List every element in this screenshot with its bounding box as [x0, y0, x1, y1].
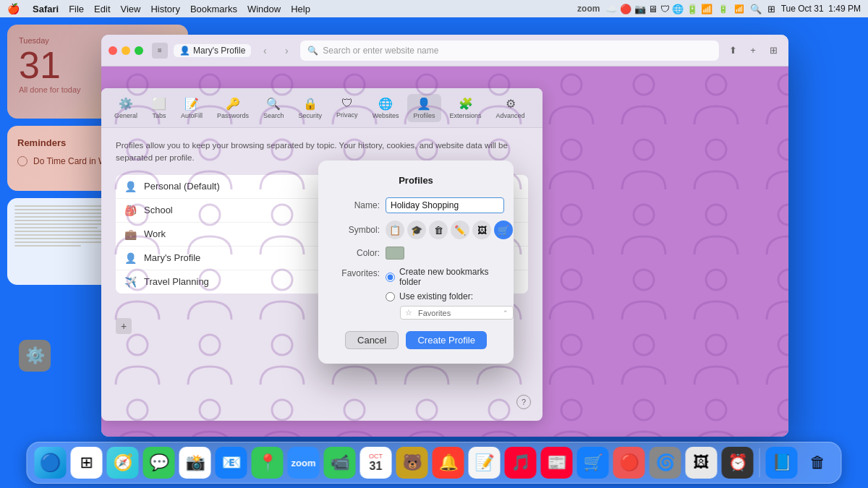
dock-facetime[interactable]: 📹	[324, 447, 356, 479]
symbol-btn-clipboard[interactable]: 📋	[386, 221, 404, 239]
symbol-label: Symbol:	[333, 225, 380, 235]
forward-button[interactable]: ›	[278, 43, 294, 59]
radio-existing-folder[interactable]	[386, 292, 395, 301]
menu-file[interactable]: File	[69, 4, 84, 14]
symbol-btn-trash[interactable]: 🗑	[429, 221, 448, 239]
dock-messages[interactable]: 💬	[143, 447, 175, 479]
folder-select-text: Favorites	[415, 309, 500, 317]
minimize-window-button[interactable]	[122, 46, 130, 55]
maximize-window-button[interactable]	[135, 46, 143, 55]
favorites-label: Favorites:	[333, 267, 380, 278]
dock-photos[interactable]: 📸	[179, 447, 211, 479]
profile-row-icon-work: 💼	[124, 228, 137, 240]
back-button[interactable]: ‹	[257, 43, 273, 59]
safari-window: ≡ 👤 Mary's Profile ‹ › 🔍 Search or enter…	[101, 35, 788, 437]
pref-websites[interactable]: 🌐Websites	[367, 94, 405, 122]
pref-privacy[interactable]: 🛡Privacy	[331, 94, 364, 121]
favorites-section: Create new bookmarks folder Use existing…	[386, 267, 499, 320]
profile-row-icon-mary: 👤	[124, 252, 137, 264]
system-preferences-icon[interactable]: ⚙️	[19, 340, 51, 372]
dock-calendar[interactable]: OCT31	[360, 447, 392, 479]
name-row: Name:	[333, 197, 499, 213]
dock-preview[interactable]: 🖼	[686, 447, 718, 479]
dock-finder[interactable]: 🔵	[35, 447, 67, 479]
symbol-options: 📋 🎓 🗑 ✏️ 🖼 🛒	[386, 221, 513, 239]
dock-music[interactable]: 🎵	[505, 447, 537, 479]
pref-extensions[interactable]: 🧩Extensions	[444, 94, 488, 122]
close-window-button[interactable]	[109, 46, 117, 55]
dock-safari[interactable]: 🧭	[107, 447, 139, 479]
menu-bookmarks[interactable]: Bookmarks	[190, 4, 237, 14]
share-button[interactable]: ⬆	[725, 43, 741, 59]
menu-edit[interactable]: Edit	[94, 4, 110, 14]
safari-content-area: // Will be rendered in template below ⚙️…	[101, 67, 788, 437]
dock-mail[interactable]: 📧	[216, 447, 247, 479]
dock-badges[interactable]: 🔔	[433, 447, 464, 479]
datetime-display: Tue Oct 31 1:49 PM	[781, 4, 861, 14]
tabs-overview-button[interactable]: ⊞	[765, 43, 781, 59]
dock-launchpad[interactable]: ⊞	[71, 447, 103, 479]
dock-notes-blue[interactable]: 📘	[766, 447, 798, 479]
symbol-btn-graduation[interactable]: 🎓	[407, 221, 426, 239]
menu-history[interactable]: History	[150, 4, 179, 14]
pref-advanced[interactable]: ⚙Advanced	[490, 94, 531, 122]
name-input[interactable]	[386, 197, 504, 213]
profile-chip-name: Mary's Profile	[193, 46, 245, 56]
menu-safari[interactable]: Safari	[33, 4, 59, 14]
menubar-right: zoom ☁️ 🔴 📷 🖥 🛡 🌐 🔋 📶 🔋 📶 🔍 ⊞ Tue Oct 31…	[577, 4, 861, 14]
color-swatch[interactable]	[386, 247, 404, 260]
menu-window[interactable]: Window	[247, 4, 281, 14]
menu-view[interactable]: View	[121, 4, 141, 14]
create-profile-dialog: Profiles Name: Symbol: 📋 🎓 🗑 ✏️ 🖼 🛒	[318, 160, 514, 364]
zoom-menubar-icon: zoom	[577, 4, 600, 14]
menubar-icons-area: ☁️ 🔴 📷 🖥 🛡 🌐 🔋 📶	[605, 4, 712, 14]
traffic-lights	[109, 46, 143, 55]
pref-profiles[interactable]: 👤Profiles	[407, 94, 441, 122]
search-icon: 🔍	[307, 46, 318, 56]
color-row: Color:	[333, 247, 499, 260]
dock-zoom[interactable]: zoom	[288, 447, 320, 479]
new-tab-button[interactable]: +	[745, 43, 761, 59]
symbol-btn-image[interactable]: 🖼	[472, 221, 491, 239]
dock-freeform[interactable]: 📝	[469, 447, 501, 479]
help-button[interactable]: ?	[516, 395, 531, 409]
favorites-row: Favorites: Create new bookmarks folder U…	[333, 267, 499, 320]
profile-chip[interactable]: 👤 Mary's Profile	[174, 44, 251, 57]
profile-row-icon-personal: 👤	[124, 181, 137, 192]
dock-news[interactable]: 📰	[541, 447, 573, 479]
address-bar[interactable]: 🔍 Search or enter website name	[300, 40, 719, 61]
wifi-icon: 📶	[734, 4, 744, 14]
dock-notch[interactable]: 🔴	[613, 447, 645, 479]
folder-chevron-icon: ⌃	[503, 309, 509, 317]
pref-autofill[interactable]: 📝AutoFill	[175, 94, 208, 122]
dialog-title: Profiles	[333, 175, 499, 186]
pref-passwords[interactable]: 🔑Passwords	[211, 94, 255, 122]
menu-help[interactable]: Help	[291, 4, 310, 14]
pref-security[interactable]: 🔒Security	[293, 94, 328, 122]
create-profile-button[interactable]: Create Profile	[406, 331, 486, 349]
color-label: Color:	[333, 248, 380, 258]
sidebar-toggle-button[interactable]: ≡	[152, 43, 168, 59]
dock-screensaver[interactable]: 🌀	[650, 447, 681, 479]
reminder-checkbox[interactable]	[17, 156, 27, 166]
add-profile-button[interactable]: +	[116, 318, 132, 334]
dock-bear[interactable]: 🐻	[396, 447, 428, 479]
apple-menu-icon[interactable]: 🍎	[7, 3, 20, 14]
profile-chip-icon: 👤	[179, 46, 190, 56]
folder-select[interactable]: ☆ Favorites ⌃	[400, 306, 514, 320]
profile-row-icon-travel: ✈️	[124, 276, 137, 288]
cancel-button[interactable]: Cancel	[345, 331, 399, 349]
symbol-btn-pencil[interactable]: ✏️	[451, 221, 469, 239]
dock-clock[interactable]: ⏰	[722, 447, 754, 479]
symbol-btn-shopping[interactable]: 🛒	[494, 221, 513, 239]
pref-general[interactable]: ⚙️General	[109, 94, 143, 122]
dock-maps[interactable]: 📍	[252, 447, 284, 479]
dock-appstore[interactable]: 🛒	[577, 447, 609, 479]
dock-trash[interactable]: 🗑	[802, 447, 834, 479]
pref-search[interactable]: 🔍Search	[258, 94, 290, 122]
pref-tabs[interactable]: ⬜Tabs	[146, 94, 172, 122]
search-menubar-icon[interactable]: 🔍	[750, 4, 762, 14]
toolbar-actions: ⬆ + ⊞	[725, 43, 781, 59]
control-center-icon[interactable]: ⊞	[767, 4, 775, 14]
radio-new-folder[interactable]	[386, 273, 395, 282]
